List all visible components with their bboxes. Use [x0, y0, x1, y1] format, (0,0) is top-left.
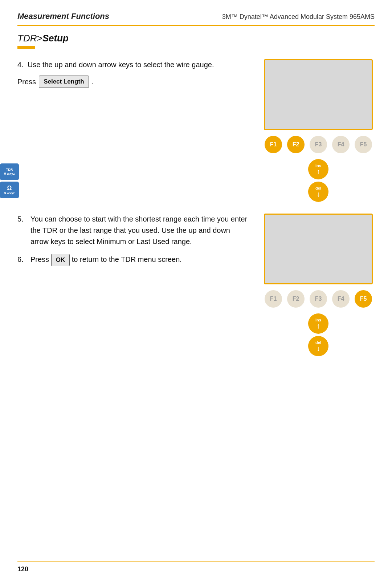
- device1-del-label: del: [315, 186, 321, 190]
- section-title-bold: Setup: [42, 33, 69, 44]
- device2-del-button[interactable]: del ↓: [308, 336, 328, 356]
- step4-press-word: Press: [17, 76, 36, 88]
- step6-text-after: to return to the TDR menu screen.: [72, 255, 182, 263]
- device1-ins-label: ins: [315, 164, 321, 168]
- device1-ins-button[interactable]: ins ↑: [308, 159, 328, 179]
- device2-ins-label: ins: [315, 318, 321, 322]
- sidebar-icon-tdr-bottom: 9 wxyz: [4, 172, 15, 176]
- step4-text: 4. Use the up and down arrow keys to sel…: [17, 59, 248, 70]
- section-title-accent: [17, 46, 35, 49]
- sidebar-icon-ohm-symbol: Ω: [7, 184, 12, 191]
- device2-fkeys-row: F1 F2 F3 F4 F5: [265, 290, 372, 308]
- sidebar-icon-ohm-bottom: 9 wxyz: [4, 191, 15, 195]
- device2-f1: F1: [265, 290, 282, 308]
- step4-press-line: Press Select Length .: [17, 76, 248, 88]
- step4-text-col: 4. Use the up and down arrow keys to sel…: [17, 59, 248, 88]
- step6-content: Press OK to return to the TDR menu scree…: [30, 254, 182, 266]
- step4-row: 4. Use the up and down arrow keys to sel…: [17, 59, 375, 202]
- device2-ins-arrow: ↑: [317, 322, 320, 329]
- step6-item: 6. Press OK to return to the TDR menu sc…: [17, 254, 248, 266]
- device1-screen: [264, 59, 373, 130]
- step5-body: You can choose to start with the shortes…: [30, 214, 248, 247]
- device1-del-button[interactable]: del ↓: [308, 182, 328, 202]
- section-title-plain: TDR>: [17, 33, 42, 44]
- sidebar-icon-tdr-top: TDR: [6, 168, 13, 172]
- device1-f4: F4: [332, 136, 350, 153]
- device1-nav-buttons: ins ↑ del ↓: [308, 159, 328, 202]
- footer-gold-rule: [17, 561, 375, 562]
- device2-del-label: del: [315, 341, 321, 345]
- header-right: 3M™ Dynatel™ Advanced Modular System 965…: [222, 13, 375, 21]
- device1-f2[interactable]: F2: [287, 136, 305, 153]
- page-number: 120: [17, 565, 28, 573]
- step4-number: 4.: [17, 61, 24, 69]
- device2-f4: F4: [332, 290, 350, 308]
- step4-period: .: [92, 76, 94, 88]
- device1-f3: F3: [310, 136, 327, 153]
- header-gold-rule: [17, 25, 375, 26]
- header-left: Measurement Functions: [17, 12, 109, 21]
- sidebar: TDR 9 wxyz Ω 9 wxyz: [0, 163, 19, 198]
- footer: 120: [17, 565, 375, 573]
- step5-number: 5.: [17, 214, 30, 247]
- sidebar-icon-tdr: TDR 9 wxyz: [0, 163, 19, 180]
- device2-f2: F2: [287, 290, 305, 308]
- step5-item: 5. You can choose to start with the shor…: [17, 214, 248, 247]
- section-title: TDR>Setup: [17, 33, 375, 44]
- device1-f1[interactable]: F1: [265, 136, 282, 153]
- device2-screen: [264, 214, 373, 284]
- device2-ins-button[interactable]: ins ↑: [308, 313, 328, 334]
- device2-del-arrow: ↓: [317, 345, 320, 352]
- select-length-button[interactable]: Select Length: [39, 76, 89, 88]
- step56-row: 5. You can choose to start with the shor…: [17, 214, 375, 356]
- device1-col: F1 F2 F3 F4 F5 ins ↑ del ↓: [262, 59, 375, 202]
- device1-f5: F5: [355, 136, 372, 153]
- device2-col: F1 F2 F3 F4 F5 ins ↑ del ↓: [262, 214, 375, 356]
- step56-text-col: 5. You can choose to start with the shor…: [17, 214, 248, 356]
- device1-del-arrow: ↓: [317, 190, 320, 198]
- device2-f5[interactable]: F5: [355, 290, 372, 308]
- page-container: Measurement Functions 3M™ Dynatel™ Advan…: [0, 0, 392, 584]
- ok-button[interactable]: OK: [51, 254, 70, 266]
- step6-number: 6.: [17, 254, 30, 266]
- sidebar-icon-ohm: Ω 9 wxyz: [0, 182, 19, 198]
- device1-fkeys-row: F1 F2 F3 F4 F5: [265, 136, 372, 153]
- device2-nav-buttons: ins ↑ del ↓: [308, 313, 328, 356]
- header: Measurement Functions 3M™ Dynatel™ Advan…: [17, 12, 375, 21]
- step6-press-word: Press: [30, 255, 49, 263]
- step4-body: Use the up and down arrow keys to select…: [28, 61, 214, 69]
- device1-ins-arrow: ↑: [317, 168, 320, 175]
- device2-f3: F3: [310, 290, 327, 308]
